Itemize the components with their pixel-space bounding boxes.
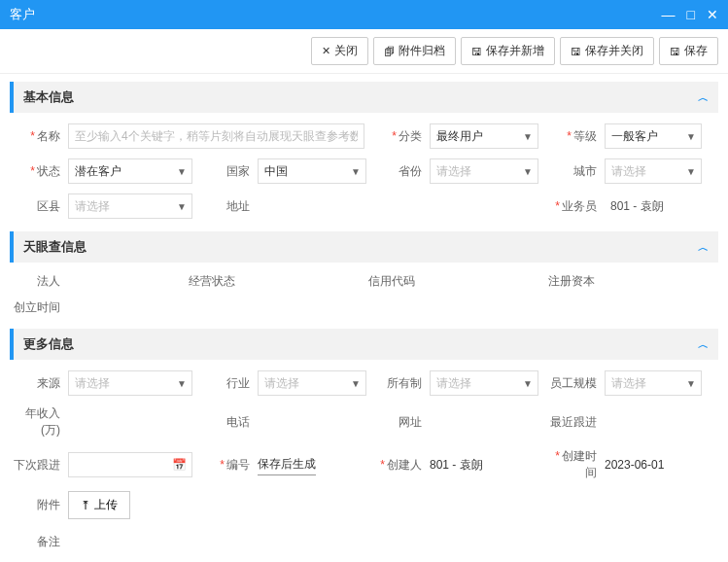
label-country: 国家 bbox=[199, 163, 258, 180]
section-header-basic[interactable]: 基本信息 ︿ bbox=[10, 82, 718, 113]
label-capital: 注册资本 bbox=[544, 273, 603, 290]
toolbar: ✕关闭 🗐附件归档 🖫保存并新增 🖫保存并关闭 🖫保存 bbox=[0, 29, 728, 74]
save-icon: 🖫 bbox=[571, 46, 581, 57]
sales-input[interactable] bbox=[605, 193, 702, 219]
upload-icon: ⤒ bbox=[81, 499, 90, 512]
phone-input[interactable] bbox=[258, 409, 366, 435]
label-industry: 行业 bbox=[199, 375, 258, 392]
staff-select[interactable] bbox=[605, 370, 702, 396]
source-select[interactable] bbox=[68, 370, 192, 396]
save-icon: 🖫 bbox=[670, 46, 680, 57]
ownership-select[interactable] bbox=[430, 370, 538, 396]
label-address: 地址 bbox=[199, 198, 258, 215]
label-revenue: 年收入(万) bbox=[10, 405, 68, 439]
maximize-icon[interactable]: □ bbox=[687, 7, 695, 22]
label-nextfollow: 下次跟进 bbox=[10, 457, 68, 474]
close-button[interactable]: ✕关闭 bbox=[311, 37, 368, 65]
section-tianyancha: 天眼查信息 ︿ 法人 经营状态 信用代码 注册资本 创立时间 bbox=[10, 231, 718, 321]
label-province: 省份 bbox=[371, 163, 430, 180]
label-created: 创建时间 bbox=[546, 448, 605, 481]
label-website: 网址 bbox=[371, 414, 430, 431]
label-bizstatus: 经营状态 bbox=[185, 273, 243, 290]
chevron-up-icon[interactable]: ︿ bbox=[698, 337, 709, 352]
label-legal: 法人 bbox=[10, 273, 68, 290]
save-icon: 🖫 bbox=[471, 46, 482, 57]
label-name: 名称 bbox=[10, 128, 68, 145]
city-select[interactable] bbox=[605, 158, 702, 184]
label-source: 来源 bbox=[10, 375, 68, 392]
close-icon[interactable]: ✕ bbox=[707, 7, 718, 22]
label-ownership: 所有制 bbox=[371, 375, 430, 392]
label-level: 等级 bbox=[546, 128, 605, 145]
revenue-input[interactable] bbox=[68, 409, 192, 435]
save-close-button[interactable]: 🖫保存并关闭 bbox=[560, 37, 654, 65]
category-select[interactable] bbox=[430, 123, 538, 149]
label-creator: 创建人 bbox=[371, 457, 430, 474]
label-category: 分类 bbox=[371, 128, 430, 145]
level-select[interactable] bbox=[605, 123, 702, 149]
label-sales: 业务员 bbox=[546, 198, 605, 215]
window-title: 客户 bbox=[10, 6, 35, 23]
label-credit: 信用代码 bbox=[364, 273, 423, 290]
label-code: 编号 bbox=[199, 457, 258, 474]
country-select[interactable] bbox=[258, 158, 366, 184]
label-status: 状态 bbox=[10, 163, 68, 180]
window-header: 客户 — □ ✕ bbox=[0, 0, 728, 29]
save-new-button[interactable]: 🖫保存并新增 bbox=[461, 37, 555, 65]
address-input[interactable] bbox=[258, 193, 539, 219]
archive-icon: 🗐 bbox=[384, 46, 395, 57]
nextfollow-input[interactable] bbox=[68, 452, 167, 477]
website-input[interactable] bbox=[430, 409, 538, 435]
creator-value: 801 - 袁朗 bbox=[430, 457, 483, 474]
section-header-tyc[interactable]: 天眼查信息 ︿ bbox=[10, 231, 718, 263]
archive-button[interactable]: 🗐附件归档 bbox=[373, 37, 456, 65]
section-more: 更多信息 ︿ 来源 ▼ 行业 ▼ 所有制 ▼ 员工规模 ▼ bbox=[10, 329, 718, 559]
minimize-icon[interactable]: — bbox=[662, 7, 676, 22]
window-controls: — □ ✕ bbox=[662, 7, 718, 22]
label-city: 城市 bbox=[546, 163, 605, 180]
chevron-up-icon[interactable]: ︿ bbox=[698, 240, 709, 255]
remark-input[interactable] bbox=[68, 529, 718, 554]
name-input[interactable] bbox=[68, 123, 364, 149]
label-remark: 备注 bbox=[10, 534, 68, 550]
district-select[interactable] bbox=[68, 193, 192, 219]
created-value: 2023-06-01 bbox=[605, 458, 664, 472]
province-select[interactable] bbox=[430, 158, 538, 184]
calendar-icon[interactable]: 📅 bbox=[167, 452, 192, 477]
label-phone: 电话 bbox=[199, 414, 258, 431]
code-value: 保存后生成 bbox=[258, 454, 316, 475]
save-button[interactable]: 🖫保存 bbox=[659, 37, 718, 65]
label-district: 区县 bbox=[10, 198, 68, 215]
upload-button[interactable]: ⤒上传 bbox=[68, 491, 130, 519]
label-attach: 附件 bbox=[10, 497, 68, 513]
chevron-up-icon[interactable]: ︿ bbox=[698, 90, 709, 105]
label-founded: 创立时间 bbox=[10, 299, 68, 316]
section-header-more[interactable]: 更多信息 ︿ bbox=[10, 329, 718, 360]
label-staff: 员工规模 bbox=[546, 375, 605, 392]
x-icon: ✕ bbox=[322, 45, 330, 57]
section-basic: 基本信息 ︿ 名称 分类 ▼ 等级 ▼ 状态 bbox=[10, 82, 718, 224]
label-lastfollow: 最近跟进 bbox=[546, 414, 605, 431]
industry-select[interactable] bbox=[258, 370, 366, 396]
status-select[interactable] bbox=[68, 158, 192, 184]
